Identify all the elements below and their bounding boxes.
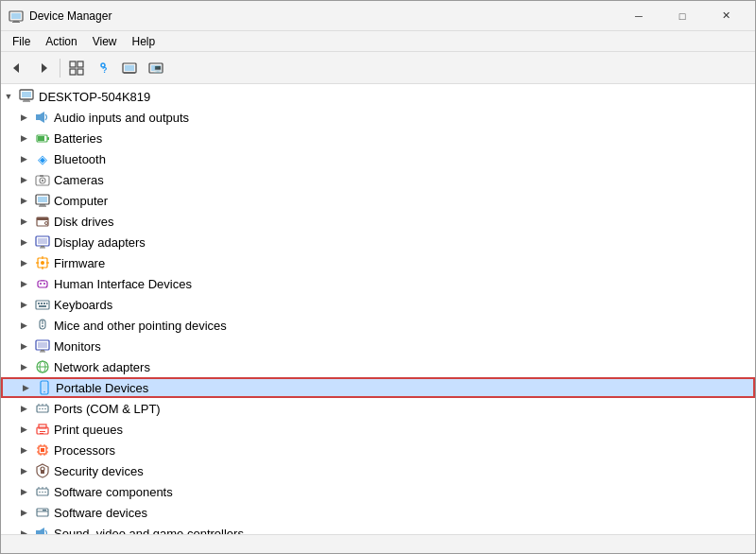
expand-btn-6[interactable]: ▶ — [16, 234, 31, 250]
expand-btn-0[interactable]: ▶ — [16, 110, 31, 125]
expand-root[interactable]: ▼ — [1, 89, 16, 104]
tree-label-18: Software components — [54, 485, 173, 499]
svg-rect-85 — [41, 448, 44, 452]
tree-item-14: ▶Ports (COM & LPT) — [1, 398, 755, 419]
menu-action[interactable]: Action — [38, 33, 84, 50]
close-button[interactable]: ✕ — [704, 1, 747, 31]
tree-row-0[interactable]: ▶Audio inputs and outputs — [1, 107, 755, 128]
tree-label-0: Audio inputs and outputs — [54, 111, 189, 125]
tree-row-6[interactable]: ▶Display adapters — [1, 232, 755, 252]
svg-rect-26 — [38, 136, 44, 141]
tree-label-19: Software devices — [54, 506, 147, 520]
tree-label-6: Display adapters — [54, 235, 146, 250]
minimize-button[interactable]: ─ — [617, 1, 661, 31]
tree-row-15[interactable]: ▶Print queues — [1, 419, 755, 440]
tree-row-20[interactable]: ▶Sound, video and game controllers — [1, 523, 755, 534]
toolbar: ? 💻 — [1, 52, 755, 84]
svg-rect-22 — [36, 114, 40, 120]
expand-btn-8[interactable]: ▶ — [16, 276, 31, 291]
tree-row-13[interactable]: ▶Portable Devices — [1, 377, 755, 398]
expand-btn-5[interactable]: ▶ — [16, 214, 31, 229]
svg-point-30 — [42, 180, 43, 182]
tree-row-17[interactable]: ▶Security devices — [1, 460, 755, 481]
tree-item-6: ▶Display adapters — [1, 232, 755, 252]
expand-btn-15[interactable]: ▶ — [16, 422, 31, 437]
tree-label-13: Portable Devices — [56, 381, 148, 395]
tree-row-8[interactable]: ▶Human Interface Devices — [1, 273, 755, 294]
tree-label-9: Keyboards — [54, 298, 112, 312]
expand-btn-20[interactable]: ▶ — [16, 526, 31, 534]
tree-row-root[interactable]: ▼ DESKTOP-504K819 — [1, 86, 755, 107]
tree-row-18[interactable]: ▶Software components — [1, 481, 755, 502]
svg-point-98 — [42, 492, 43, 493]
svg-rect-49 — [38, 281, 47, 287]
tree-item-4: ▶Computer — [1, 190, 755, 211]
tree-row-9[interactable]: ▶Keyboards — [1, 294, 755, 315]
svg-rect-25 — [47, 137, 49, 140]
svg-rect-59 — [39, 305, 46, 307]
expand-btn-1[interactable]: ▶ — [16, 130, 31, 146]
tree-row-2[interactable]: ▶◈Bluetooth — [1, 148, 755, 169]
svg-rect-55 — [38, 303, 40, 304]
tree-icon-17 — [34, 462, 51, 479]
svg-rect-3 — [12, 22, 20, 23]
tree-item-1: ▶Batteries — [1, 128, 755, 148]
svg-point-76 — [44, 408, 46, 410]
tree-row-14[interactable]: ▶Ports (COM & LPT) — [1, 398, 755, 419]
window-controls: ─ □ ✕ — [617, 1, 747, 31]
expand-btn-13[interactable]: ▶ — [18, 380, 33, 395]
device-tree-content[interactable]: ▼ DESKTOP-504K819 ▶Audio inputs and outp… — [1, 84, 755, 534]
expand-btn-10[interactable]: ▶ — [16, 318, 31, 333]
tree-icon-3 — [34, 171, 51, 188]
svg-point-50 — [40, 283, 42, 285]
tree-icon-10 — [34, 317, 51, 334]
expand-btn-2[interactable]: ▶ — [16, 151, 31, 166]
tree-icon-11 — [34, 338, 51, 355]
forward-button[interactable] — [31, 56, 56, 80]
tree-item-11: ▶Monitors — [1, 336, 755, 356]
expand-btn-12[interactable]: ▶ — [16, 359, 31, 374]
menu-view[interactable]: View — [85, 33, 125, 50]
expand-btn-17[interactable]: ▶ — [16, 463, 31, 478]
update-driver-button[interactable] — [117, 56, 142, 80]
tree-row-11[interactable]: ▶Monitors — [1, 336, 755, 356]
expand-btn-4[interactable]: ▶ — [16, 193, 31, 208]
tree-row-12[interactable]: ▶Network adapters — [1, 356, 755, 377]
tree-label-5: Disk drives — [54, 215, 114, 229]
tree-item-17: ▶Security devices — [1, 460, 755, 481]
properties-button[interactable]: ? — [91, 56, 115, 80]
back-button[interactable] — [5, 56, 29, 80]
expand-btn-11[interactable]: ▶ — [16, 338, 31, 354]
expand-btn-3[interactable]: ▶ — [16, 172, 31, 187]
tree-item-20: ▶Sound, video and game controllers — [1, 523, 755, 534]
tree-row-19[interactable]: ▶Software devices — [1, 502, 755, 523]
tree-row-7[interactable]: ▶Firmware — [1, 252, 755, 273]
tree-row-10[interactable]: ▶Mice and other pointing devices — [1, 315, 755, 336]
menu-file[interactable]: File — [5, 33, 38, 50]
tree-label-15: Print queues — [54, 423, 123, 437]
tree-icon-15 — [34, 421, 51, 438]
scan-hardware-button[interactable]: 💻 — [144, 56, 168, 80]
expand-btn-9[interactable]: ▶ — [16, 297, 31, 312]
tree-row-5[interactable]: ▶Disk drives — [1, 211, 755, 232]
tree-row-4[interactable]: ▶Computer — [1, 190, 755, 211]
svg-rect-7 — [77, 61, 83, 67]
maximize-button[interactable]: □ — [661, 1, 704, 31]
tree-item-8: ▶Human Interface Devices — [1, 273, 755, 294]
expand-btn-7[interactable]: ▶ — [16, 255, 31, 270]
app-icon — [9, 9, 24, 24]
show-hidden-button[interactable] — [64, 56, 89, 80]
menu-help[interactable]: Help — [125, 33, 163, 50]
expand-btn-18[interactable]: ▶ — [16, 484, 31, 499]
svg-rect-54 — [36, 301, 49, 309]
expand-btn-19[interactable]: ▶ — [16, 505, 31, 520]
expand-btn-14[interactable]: ▶ — [16, 401, 31, 416]
tree-row-1[interactable]: ▶Batteries — [1, 128, 755, 148]
tree-icon-6 — [34, 234, 51, 251]
svg-rect-6 — [70, 61, 76, 67]
svg-point-38 — [45, 222, 48, 225]
expand-btn-16[interactable]: ▶ — [16, 442, 31, 458]
tree-row-16[interactable]: ▶Processors — [1, 440, 755, 460]
tree-item-12: ▶Network adapters — [1, 356, 755, 377]
tree-row-3[interactable]: ▶Cameras — [1, 169, 755, 190]
